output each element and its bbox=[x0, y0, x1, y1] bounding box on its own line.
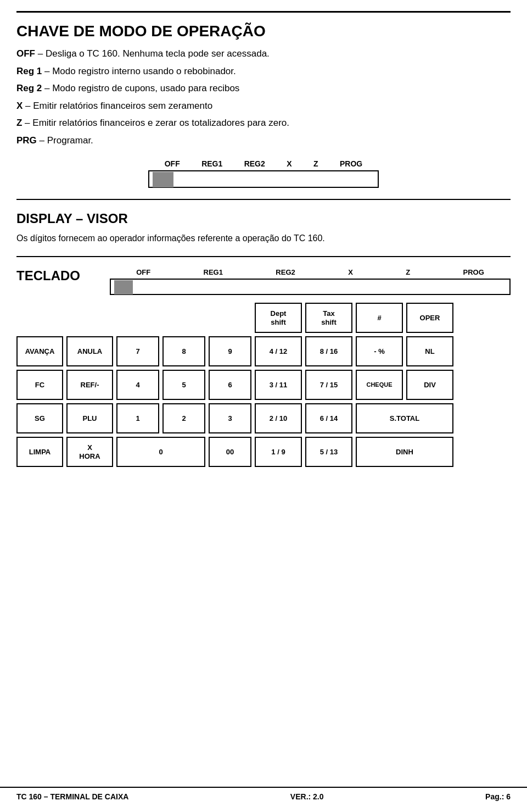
keyboard-row-3: SG PLU 1 2 3 2 / 10 6 / 14 S.TOTAL bbox=[16, 403, 511, 433]
key-x-hora[interactable]: XHORA bbox=[66, 437, 113, 467]
label-prog: PROG bbox=[340, 159, 362, 168]
key-3-11[interactable]: 3 / 11 bbox=[255, 370, 302, 400]
key-8-16[interactable]: 8 / 16 bbox=[305, 336, 352, 366]
key-limpa[interactable]: LIMPA bbox=[16, 437, 63, 467]
separator-1 bbox=[16, 199, 511, 200]
keyboard-layout: Deptshift Taxshift # OPER AVANÇA ANULA 7… bbox=[16, 303, 511, 467]
line-x: X – Emitir relatórios financeiros sem ze… bbox=[16, 99, 511, 113]
key-selector-bar bbox=[148, 170, 379, 188]
key-6[interactable]: 6 bbox=[209, 370, 251, 400]
key-4-12[interactable]: 4 / 12 bbox=[255, 336, 302, 366]
footer-center: VER.: 2.0 bbox=[290, 792, 324, 801]
key-1-9[interactable]: 1 / 9 bbox=[255, 437, 302, 467]
tmode-reg2: REG2 bbox=[276, 268, 295, 276]
key-nl[interactable]: NL bbox=[406, 336, 453, 366]
key-sg[interactable]: SG bbox=[16, 403, 63, 433]
line-off: OFF – Desliga o TC 160. Nenhuma tecla po… bbox=[16, 47, 511, 61]
key-4[interactable]: 4 bbox=[116, 370, 159, 400]
tmode-prog: PROG bbox=[463, 268, 484, 276]
key-selector-container: OFF REG1 REG2 X Z PROG bbox=[16, 159, 511, 188]
key-cheque[interactable]: CHEQUE bbox=[356, 370, 403, 400]
key-00[interactable]: 00 bbox=[209, 437, 251, 467]
key-ref[interactable]: REF/- bbox=[66, 370, 113, 400]
key-9[interactable]: 9 bbox=[209, 336, 251, 366]
key-selector-indicator bbox=[153, 172, 173, 187]
top-border bbox=[16, 11, 511, 13]
key-anula[interactable]: ANULA bbox=[66, 336, 113, 366]
key-div[interactable]: DIV bbox=[406, 370, 453, 400]
key-stotal[interactable]: S.TOTAL bbox=[356, 403, 453, 433]
tmode-reg1: REG1 bbox=[204, 268, 223, 276]
key-2-10[interactable]: 2 / 10 bbox=[255, 403, 302, 433]
key-fc[interactable]: FC bbox=[16, 370, 63, 400]
display-heading: DISPLAY – VISOR bbox=[16, 211, 511, 226]
line-reg2: Reg 2 – Modo registro de cupons, usado p… bbox=[16, 81, 511, 96]
teclado-mode-indicator bbox=[114, 280, 133, 294]
chave-section: CHAVE DE MODO DE OPERAÇÃO OFF – Desliga … bbox=[16, 23, 511, 188]
label-reg1: REG1 bbox=[201, 159, 222, 168]
page-footer: TC 160 – TERMINAL DE CAIXA VER.: 2.0 Pag… bbox=[0, 787, 527, 801]
teclado-header: TECLADO OFF REG1 REG2 X Z PROG bbox=[16, 268, 511, 295]
label-off: OFF bbox=[165, 159, 180, 168]
keyboard-top-row: Deptshift Taxshift # OPER bbox=[16, 303, 511, 333]
key-5-13[interactable]: 5 / 13 bbox=[305, 437, 352, 467]
key-selector: OFF REG1 REG2 X Z PROG bbox=[148, 159, 379, 188]
separator-2 bbox=[16, 256, 511, 257]
key-5[interactable]: 5 bbox=[162, 370, 205, 400]
teclado-mode-selector: OFF REG1 REG2 X Z PROG bbox=[110, 268, 511, 295]
keyboard-row-2: FC REF/- 4 5 6 3 / 11 7 / 15 CHEQUE DIV bbox=[16, 370, 511, 400]
key-dept-shift[interactable]: Deptshift bbox=[255, 303, 302, 333]
label-x: X bbox=[287, 159, 291, 168]
line-z: Z – Emitir relatórios financeiros e zera… bbox=[16, 116, 511, 130]
footer-right: Pag.: 6 bbox=[485, 792, 511, 801]
tmode-x: X bbox=[348, 268, 353, 276]
label-z: Z bbox=[313, 159, 318, 168]
key-plu[interactable]: PLU bbox=[66, 403, 113, 433]
teclado-section: TECLADO OFF REG1 REG2 X Z PROG bbox=[16, 268, 511, 467]
teclado-title: TECLADO bbox=[16, 268, 88, 283]
key-minus-percent[interactable]: - % bbox=[356, 336, 403, 366]
key-tax-shift[interactable]: Taxshift bbox=[305, 303, 352, 333]
tmode-off: OFF bbox=[136, 268, 150, 276]
footer-left: TC 160 – TERMINAL DE CAIXA bbox=[16, 792, 128, 801]
key-8[interactable]: 8 bbox=[162, 336, 205, 366]
line-prg: PRG – Programar. bbox=[16, 134, 511, 148]
key-1[interactable]: 1 bbox=[116, 403, 159, 433]
key-selector-labels: OFF REG1 REG2 X Z PROG bbox=[148, 159, 379, 168]
display-section: DISPLAY – VISOR Os dígitos fornecem ao o… bbox=[16, 211, 511, 245]
label-reg2: REG2 bbox=[244, 159, 265, 168]
key-0[interactable]: 0 bbox=[116, 437, 205, 467]
key-hash[interactable]: # bbox=[356, 303, 403, 333]
teclado-mode-labels: OFF REG1 REG2 X Z PROG bbox=[110, 268, 511, 276]
key-oper[interactable]: OPER bbox=[406, 303, 453, 333]
teclado-mode-bar bbox=[110, 279, 511, 295]
key-2[interactable]: 2 bbox=[162, 403, 205, 433]
keyboard-row-4: LIMPA XHORA 0 00 1 / 9 5 / 13 DINH bbox=[16, 437, 511, 467]
display-text: Os dígitos fornecem ao operador informaç… bbox=[16, 232, 511, 245]
key-dinh[interactable]: DINH bbox=[356, 437, 453, 467]
key-3[interactable]: 3 bbox=[209, 403, 251, 433]
key-avanca[interactable]: AVANÇA bbox=[16, 336, 63, 366]
key-7[interactable]: 7 bbox=[116, 336, 159, 366]
chave-heading: CHAVE DE MODO DE OPERAÇÃO bbox=[16, 23, 511, 40]
key-7-15[interactable]: 7 / 15 bbox=[305, 370, 352, 400]
tmode-z: Z bbox=[406, 268, 410, 276]
key-6-14[interactable]: 6 / 14 bbox=[305, 403, 352, 433]
line-reg1: Reg 1 – Modo registro interno usando o r… bbox=[16, 64, 511, 79]
keyboard-row-1: AVANÇA ANULA 7 8 9 4 / 12 8 / 16 - % NL bbox=[16, 336, 511, 366]
